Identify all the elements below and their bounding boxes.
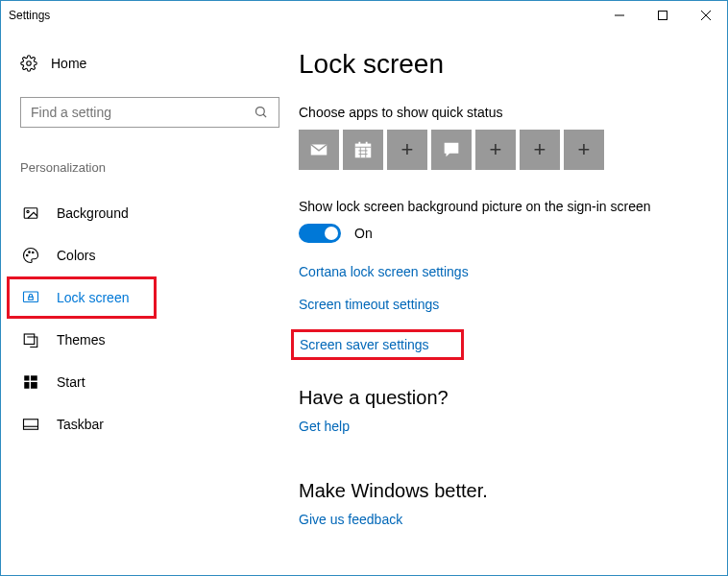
minimize-icon	[615, 11, 624, 20]
svg-point-9	[27, 254, 29, 256]
highlight-screensaver: Screen saver settings	[291, 329, 464, 360]
plus-icon: +	[490, 137, 502, 162]
quick-status-add-4[interactable]: +	[564, 130, 604, 170]
sidebar-item-label: Themes	[57, 332, 106, 348]
start-icon	[22, 373, 39, 391]
quick-status-label: Choose apps to show quick status	[299, 105, 698, 120]
svg-rect-19	[24, 420, 38, 430]
palette-icon	[22, 247, 39, 264]
svg-rect-18	[31, 382, 37, 389]
window-title: Settings	[9, 9, 50, 22]
sidebar-item-themes[interactable]: Themes	[20, 319, 279, 361]
chat-icon	[441, 139, 462, 160]
plus-icon: +	[578, 137, 591, 162]
svg-point-11	[33, 252, 35, 253]
signin-bg-label: Show lock screen background picture on t…	[299, 199, 698, 214]
sidebar-item-background[interactable]: Background	[20, 192, 279, 234]
link-cortana-settings[interactable]: Cortana lock screen settings	[299, 264, 698, 279]
toggle-state-label: On	[354, 226, 373, 241]
link-timeout-settings[interactable]: Screen timeout settings	[299, 297, 698, 312]
svg-line-6	[263, 114, 266, 117]
svg-rect-17	[24, 382, 29, 389]
search-box[interactable]	[20, 97, 279, 128]
plus-icon: +	[401, 137, 414, 162]
home-label: Home	[51, 56, 86, 71]
sidebar-item-label: Taskbar	[57, 417, 104, 432]
link-get-help[interactable]: Get help	[299, 419, 698, 434]
plus-icon: +	[534, 137, 546, 162]
sidebar-item-taskbar[interactable]: Taskbar	[20, 403, 279, 445]
sidebar-item-lock-screen[interactable]: Lock screen	[20, 289, 129, 306]
gear-icon	[20, 55, 37, 72]
sidebar-item-label: Colors	[57, 248, 95, 263]
svg-rect-15	[24, 375, 29, 380]
picture-icon	[22, 204, 39, 222]
svg-point-4	[27, 61, 32, 66]
quick-status-messaging[interactable]	[431, 130, 472, 170]
close-icon	[701, 11, 711, 20]
mail-icon	[308, 139, 329, 160]
toggle-knob	[325, 227, 338, 240]
quick-status-add-1[interactable]: +	[387, 130, 427, 170]
calendar-icon	[352, 139, 374, 160]
quick-status-row: + + + +	[299, 130, 698, 170]
svg-point-10	[29, 252, 31, 253]
quick-status-add-3[interactable]: +	[520, 130, 560, 170]
highlight-lock-screen: Lock screen	[7, 276, 157, 319]
svg-rect-16	[31, 375, 37, 380]
svg-point-8	[27, 210, 29, 212]
signin-bg-toggle-row: On	[299, 224, 698, 243]
close-button[interactable]	[684, 1, 727, 30]
themes-icon	[22, 331, 39, 348]
quick-status-mail[interactable]	[299, 130, 339, 170]
sidebar-item-colors[interactable]: Colors	[20, 234, 279, 276]
maximize-icon	[658, 11, 667, 20]
window-controls	[597, 1, 727, 30]
sidebar: Home Personalization Background Colors	[1, 30, 299, 575]
layout: Home Personalization Background Colors	[1, 30, 727, 575]
search-input[interactable]	[31, 105, 254, 120]
page-title: Lock screen	[299, 49, 698, 80]
minimize-button[interactable]	[597, 1, 641, 30]
quick-status-add-2[interactable]: +	[475, 130, 516, 170]
home-nav[interactable]: Home	[20, 49, 279, 78]
link-give-feedback[interactable]: Give us feedback	[299, 512, 698, 527]
sidebar-item-label: Lock screen	[57, 290, 129, 305]
svg-rect-14	[24, 334, 35, 345]
sidebar-item-label: Start	[57, 374, 85, 390]
question-heading: Have a question?	[299, 387, 698, 409]
search-icon	[254, 105, 269, 120]
maximize-button[interactable]	[641, 1, 684, 30]
lock-screen-icon	[22, 289, 39, 306]
titlebar: Settings	[1, 1, 727, 30]
svg-rect-13	[29, 297, 34, 300]
link-screensaver-settings[interactable]: Screen saver settings	[300, 337, 429, 352]
sidebar-item-start[interactable]: Start	[20, 361, 279, 403]
signin-bg-toggle[interactable]	[299, 224, 341, 243]
svg-rect-1	[658, 12, 667, 20]
category-label: Personalization	[20, 160, 279, 175]
sidebar-item-label: Background	[57, 205, 129, 221]
taskbar-icon	[22, 416, 39, 433]
svg-rect-7	[24, 208, 37, 219]
svg-point-5	[256, 108, 265, 116]
feedback-heading: Make Windows better.	[299, 480, 698, 502]
quick-status-calendar[interactable]	[343, 130, 383, 170]
content: Lock screen Choose apps to show quick st…	[299, 30, 727, 575]
